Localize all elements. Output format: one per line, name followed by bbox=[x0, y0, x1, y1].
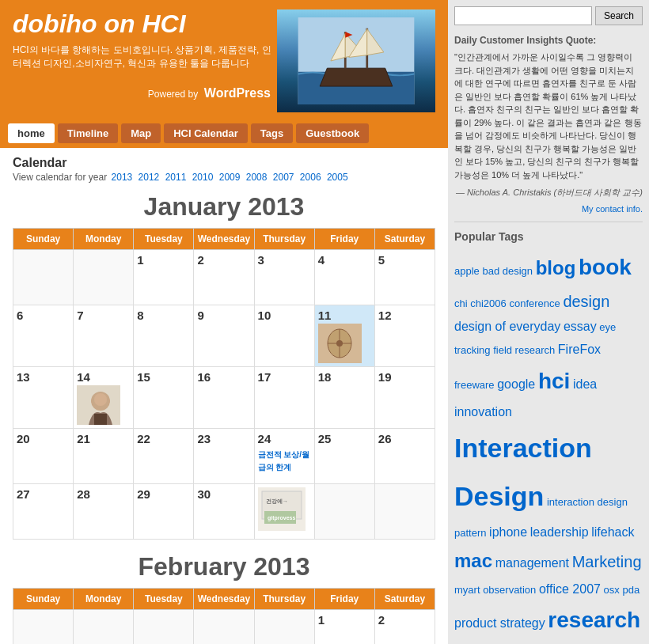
table-cell: 6 bbox=[13, 305, 74, 367]
table-cell: 3 bbox=[254, 250, 314, 305]
january-title: January 2013 bbox=[13, 192, 435, 222]
tag-product-strategy[interactable]: product strategy bbox=[454, 616, 545, 630]
tag-mac[interactable]: mac bbox=[454, 550, 492, 571]
tag-myart[interactable]: myart bbox=[454, 584, 480, 596]
table-cell: 25 bbox=[314, 429, 374, 484]
year-2007[interactable]: 2007 bbox=[273, 172, 294, 183]
table-cell: 9 bbox=[194, 305, 254, 367]
tag-research[interactable]: research bbox=[548, 608, 640, 632]
tag-chi[interactable]: chi bbox=[454, 297, 468, 309]
table-cell: 1 bbox=[134, 250, 194, 305]
tag-essay[interactable]: essay bbox=[564, 320, 597, 333]
tag-conference[interactable]: conference bbox=[509, 297, 560, 309]
search-input[interactable] bbox=[454, 6, 592, 25]
tag-chi2006[interactable]: chi2006 bbox=[470, 297, 507, 309]
header-text: dobiho on HCI HCI의 바다를 항해하는 도비호입니다. 상품기획… bbox=[13, 9, 277, 112]
col-sunday-feb: Sunday bbox=[13, 589, 74, 610]
nav-timeline[interactable]: Timeline bbox=[58, 123, 119, 143]
table-cell: 20 bbox=[13, 429, 74, 484]
table-cell: 15 bbox=[134, 367, 194, 429]
tag-freeware[interactable]: freeware bbox=[454, 379, 495, 391]
nav-bar: home Timeline Map HCI Calendar Tags Gues… bbox=[0, 119, 448, 148]
tag-blog[interactable]: blog bbox=[536, 257, 576, 278]
calendar-year-links: View calendar for year 2013 2012 2011 20… bbox=[13, 172, 435, 183]
tag-office2007[interactable]: office 2007 bbox=[539, 582, 601, 596]
table-cell: 23 bbox=[194, 429, 254, 484]
table-row: 13 14 bbox=[13, 367, 435, 429]
tag-innovation[interactable]: innovation bbox=[454, 405, 512, 419]
year-2008[interactable]: 2008 bbox=[246, 172, 268, 183]
tag-marketing[interactable]: Marketing bbox=[572, 553, 642, 570]
nav-hci-calendar[interactable]: HCI Calendar bbox=[164, 123, 248, 143]
january-calendar: Sunday Monday Tuesday Wednesday Thursday… bbox=[13, 228, 435, 540]
table-row: 20 21 22 23 24 금전적 보상/월급의 한계 25 26 bbox=[13, 429, 435, 484]
tag-pda[interactable]: pda bbox=[622, 584, 640, 596]
table-cell: 17 bbox=[254, 367, 314, 429]
table-row: 27 28 29 30 건강에→ gitproves bbox=[13, 484, 435, 540]
tag-idea[interactable]: idea bbox=[573, 377, 597, 391]
tag-book[interactable]: book bbox=[579, 255, 632, 279]
year-2009[interactable]: 2009 bbox=[219, 172, 241, 183]
nav-tags[interactable]: Tags bbox=[251, 123, 293, 143]
nav-home[interactable]: home bbox=[8, 123, 55, 143]
table-cell: 2 bbox=[374, 610, 435, 645]
tag-design[interactable]: design bbox=[563, 293, 609, 310]
quote-text: "인간관계에서 가까운 사이일수록 그 영향력이 크다. 대인관계가 생활에 어… bbox=[454, 51, 643, 181]
nav-guestbook[interactable]: Guestbook bbox=[296, 123, 369, 143]
cell-24-link[interactable]: 금전적 보상/월급의 한계 bbox=[258, 450, 310, 472]
tag-apple[interactable]: apple bbox=[454, 265, 480, 277]
table-cell: 19 bbox=[374, 367, 435, 429]
year-2011[interactable]: 2011 bbox=[165, 172, 187, 183]
year-2006[interactable]: 2006 bbox=[300, 172, 321, 183]
year-2005[interactable]: 2005 bbox=[327, 172, 348, 183]
tag-osx[interactable]: osx bbox=[604, 584, 620, 596]
tag-design-everyday[interactable]: design of everyday bbox=[454, 320, 560, 333]
year-2013[interactable]: 2013 bbox=[112, 172, 133, 183]
site-title: dobiho on HCI bbox=[13, 9, 277, 39]
col-sunday: Sunday bbox=[13, 229, 74, 250]
nav-map[interactable]: Map bbox=[121, 123, 161, 143]
tag-google[interactable]: google bbox=[497, 377, 535, 391]
col-saturday: Saturday bbox=[374, 229, 435, 250]
sidebar: Search Daily Customer Insights Quote: "인… bbox=[448, 0, 649, 644]
calendar-area: Calendar View calendar for year 2013 201… bbox=[0, 148, 448, 644]
tag-lifehack[interactable]: lifehack bbox=[591, 525, 634, 539]
quote-attribution: — Nicholas A. Christakis (하버드대 사회학 교수) bbox=[454, 186, 643, 199]
table-cell bbox=[134, 610, 194, 645]
tag-management[interactable]: management bbox=[495, 556, 569, 570]
year-2010[interactable]: 2010 bbox=[192, 172, 214, 183]
col-monday: Monday bbox=[74, 229, 134, 250]
table-cell: 21 bbox=[74, 429, 134, 484]
february-calendar: Sunday Monday Tuesday Wednesday Thursday… bbox=[13, 588, 435, 644]
sidebar-quote-block: Daily Customer Insights Quote: "인간관계에서 가… bbox=[454, 33, 643, 222]
table-cell: 8 bbox=[134, 305, 194, 367]
table-row: 1 2 3 4 5 bbox=[13, 250, 435, 305]
popular-tags-title: Popular Tags bbox=[454, 230, 643, 243]
table-cell bbox=[374, 484, 435, 540]
svg-rect-17 bbox=[94, 414, 107, 425]
tag-iphone[interactable]: iphone bbox=[489, 525, 527, 539]
contact-link[interactable]: My contact info. bbox=[582, 204, 643, 214]
table-cell bbox=[74, 610, 134, 645]
table-cell: 4 bbox=[314, 250, 374, 305]
tag-firefox[interactable]: FireFox bbox=[558, 343, 601, 356]
tag-field-research[interactable]: field research bbox=[493, 344, 555, 356]
quote-label: Daily Customer Insights Quote: bbox=[454, 33, 643, 47]
col-tuesday: Tuesday bbox=[134, 229, 194, 250]
col-thursday-feb: Thursday bbox=[254, 589, 314, 610]
table-cell: 27 bbox=[13, 484, 74, 540]
svg-point-13 bbox=[336, 340, 343, 347]
col-wednesday: Wednesday bbox=[194, 229, 254, 250]
tag-leadership[interactable]: leadership bbox=[530, 525, 589, 539]
col-thursday: Thursday bbox=[254, 229, 314, 250]
year-2012[interactable]: 2012 bbox=[139, 172, 160, 183]
tag-bad-design[interactable]: bad design bbox=[482, 265, 533, 277]
table-cell: 26 bbox=[374, 429, 435, 484]
february-title: February 2013 bbox=[13, 552, 435, 581]
search-button[interactable]: Search bbox=[595, 6, 643, 25]
table-cell-14: 14 bbox=[74, 367, 134, 429]
col-friday: Friday bbox=[314, 229, 374, 250]
tag-observation[interactable]: observation bbox=[483, 584, 536, 596]
table-cell bbox=[254, 610, 314, 645]
tag-hci[interactable]: hci bbox=[538, 369, 570, 393]
